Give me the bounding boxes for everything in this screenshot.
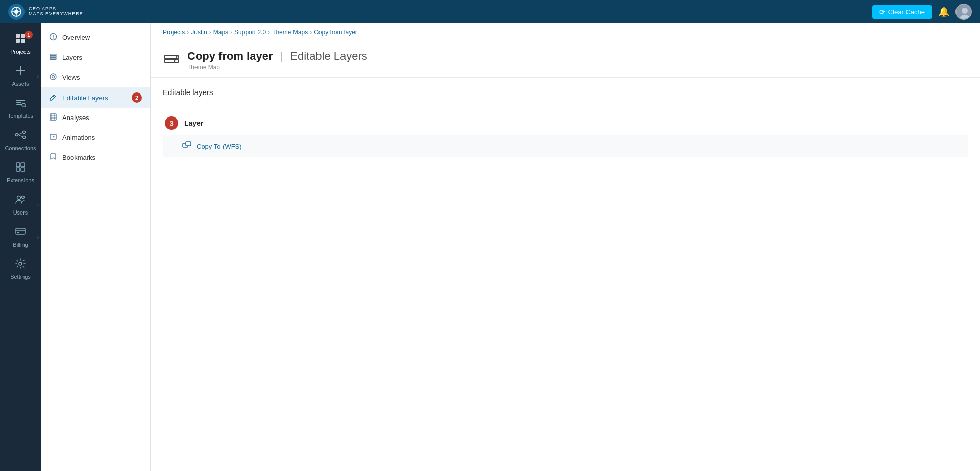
editable-layers-icon	[49, 93, 57, 103]
sidebar-item-billing[interactable]: Billing ›	[0, 221, 41, 253]
views-label: Views	[62, 74, 80, 81]
svg-point-35	[53, 38, 54, 39]
svg-line-22	[18, 135, 23, 137]
sidebar-item-connections[interactable]: Connections	[0, 124, 41, 156]
extensions-label: Extensions	[7, 177, 34, 183]
logo-text: GEO APPS MAPS EVERYWHERE	[29, 7, 83, 17]
page-title: Copy from layer	[187, 50, 273, 63]
svg-rect-42	[50, 114, 56, 120]
nav-item-editable-layers[interactable]: Editable Layers 2	[41, 87, 150, 108]
copy-wfs-icon	[182, 140, 191, 152]
side-nav: Overview Layers Views	[41, 23, 151, 471]
main-layout: 1 Projects Assets ›	[0, 23, 980, 471]
projects-label: Projects	[10, 49, 31, 55]
connections-icon	[15, 129, 26, 143]
svg-rect-13	[16, 100, 24, 101]
nav-item-overview[interactable]: Overview	[41, 28, 150, 48]
svg-rect-12	[20, 66, 21, 75]
breadcrumb-current[interactable]: Copy from layer	[314, 29, 357, 36]
svg-rect-52	[186, 142, 191, 146]
sidebar-item-templates[interactable]: Templates	[0, 92, 41, 124]
nav-item-bookmarks[interactable]: Bookmarks	[41, 148, 150, 168]
layer-row: 3 Layer	[163, 111, 968, 135]
templates-label: Templates	[8, 113, 33, 119]
svg-rect-50	[164, 60, 179, 62]
svg-point-20	[23, 136, 26, 139]
copy-to-wfs-link[interactable]: Copy To (WFS)	[197, 143, 242, 150]
sep1: ›	[187, 29, 189, 36]
bookmarks-label: Bookmarks	[62, 154, 95, 161]
extensions-icon	[15, 161, 26, 175]
sidebar-item-extensions[interactable]: Extensions	[0, 156, 41, 189]
svg-rect-9	[16, 39, 20, 43]
logo-icon	[8, 4, 24, 20]
users-icon	[15, 194, 26, 207]
user-avatar[interactable]	[955, 4, 972, 20]
svg-rect-10	[21, 39, 25, 43]
users-chevron-icon: ›	[37, 202, 39, 207]
templates-icon	[15, 97, 26, 111]
layers-icon	[49, 53, 57, 62]
settings-label: Settings	[10, 274, 31, 280]
refresh-icon: ⟳	[879, 8, 885, 16]
overview-label: Overview	[62, 34, 90, 41]
sep5: ›	[310, 29, 312, 36]
animations-label: Animations	[62, 134, 95, 142]
topbar-right: ⟳ Clear Cache 🔔	[872, 4, 972, 20]
editable-layers-label: Editable Layers	[62, 94, 108, 102]
main-content: Projects › Justin › Maps › Support 2.0 ›…	[151, 23, 980, 471]
sidebar-item-assets[interactable]: Assets ›	[0, 60, 41, 92]
overview-icon	[49, 33, 57, 42]
sidebar-item-projects[interactable]: 1 Projects	[0, 28, 41, 60]
clear-cache-button[interactable]: ⟳ Clear Cache	[872, 5, 932, 19]
breadcrumb-justin[interactable]: Justin	[191, 29, 207, 36]
analyses-icon	[49, 113, 57, 123]
page-map-type: Theme Map	[187, 64, 368, 71]
connections-label: Connections	[5, 145, 36, 151]
assets-chevron-icon: ›	[37, 73, 39, 79]
breadcrumb-support[interactable]: Support 2.0	[234, 29, 266, 36]
svg-point-39	[50, 74, 56, 80]
assets-label: Assets	[12, 81, 29, 87]
nav-item-animations[interactable]: Animations	[41, 128, 150, 148]
sidebar-item-settings[interactable]: Settings	[0, 253, 41, 285]
views-icon	[49, 73, 57, 82]
copy-row: Copy To (WFS)	[163, 135, 968, 157]
page-header: Copy from layer | Editable Layers Theme …	[151, 41, 980, 78]
nav-item-analyses[interactable]: Analyses	[41, 108, 150, 128]
svg-rect-37	[50, 56, 56, 58]
nav-item-layers[interactable]: Layers	[41, 48, 150, 67]
page-header-icon	[163, 52, 180, 69]
breadcrumb-maps[interactable]: Maps	[213, 29, 228, 36]
bookmarks-icon	[49, 153, 57, 162]
editable-layers-badge: 2	[132, 92, 142, 103]
sep2: ›	[209, 29, 211, 36]
billing-label: Billing	[13, 242, 28, 248]
svg-point-18	[16, 134, 18, 136]
svg-rect-36	[50, 54, 56, 56]
sep3: ›	[230, 29, 232, 36]
breadcrumb-theme-maps[interactable]: Theme Maps	[272, 29, 308, 36]
settings-icon	[15, 258, 26, 272]
svg-point-5	[962, 8, 968, 14]
clear-cache-label: Clear Cache	[888, 8, 925, 16]
svg-rect-15	[16, 104, 22, 105]
topbar-left: GEO APPS MAPS EVERYWHERE	[8, 4, 83, 20]
svg-line-21	[18, 133, 23, 135]
icon-rail: 1 Projects Assets ›	[0, 23, 41, 471]
nav-item-views[interactable]: Views	[41, 67, 150, 87]
svg-marker-48	[53, 136, 55, 138]
svg-point-32	[19, 262, 22, 265]
notification-bell-icon[interactable]: 🔔	[938, 6, 949, 17]
assets-icon	[15, 65, 26, 79]
projects-badge: 1	[24, 31, 33, 39]
section-title: Editable layers	[163, 88, 968, 103]
svg-rect-23	[16, 163, 20, 167]
breadcrumb-projects[interactable]: Projects	[163, 29, 185, 36]
billing-icon	[15, 226, 26, 240]
svg-point-40	[52, 76, 55, 78]
billing-chevron-icon: ›	[37, 234, 39, 240]
page-subtitle: Editable Layers	[290, 50, 368, 63]
sidebar-item-users[interactable]: Users ›	[0, 189, 41, 221]
svg-rect-38	[50, 58, 56, 60]
